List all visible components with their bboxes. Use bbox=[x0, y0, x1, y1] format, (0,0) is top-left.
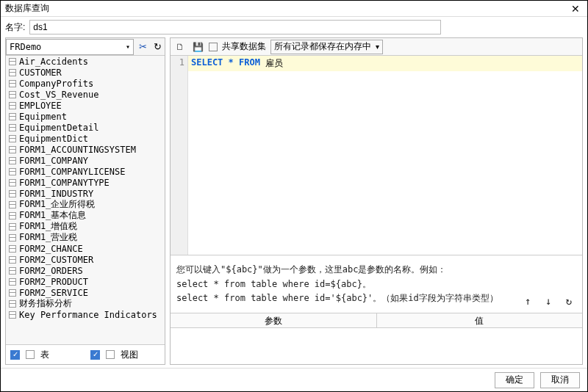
table-icon bbox=[9, 157, 16, 164]
table-icon bbox=[9, 245, 16, 253]
table-item[interactable]: FORM1_企业所得税 bbox=[6, 199, 165, 210]
table-icon bbox=[9, 223, 16, 231]
table-item[interactable]: FORM1_ACCOUNTINGSYSTEM bbox=[6, 144, 165, 155]
table-item[interactable]: FORM1_COMPANY bbox=[6, 155, 165, 166]
table-icon bbox=[9, 311, 16, 319]
table-item-label: EMPLOYEE bbox=[19, 101, 62, 111]
line-gutter: 1 bbox=[171, 56, 188, 255]
table-icon bbox=[9, 190, 16, 197]
left-panel: FRDemo ▾ ✂ ↻ Air_AccidentsCUSTOMERCompan… bbox=[5, 37, 165, 365]
table-icon bbox=[9, 289, 16, 297]
share-checkbox[interactable] bbox=[209, 43, 218, 51]
table-icon bbox=[9, 91, 16, 98]
sql-keyword: * bbox=[229, 57, 234, 70]
table-item[interactable]: FORM1_INDUSTRY bbox=[6, 188, 165, 199]
table-item-label: FORM1_COMPANY bbox=[19, 156, 88, 166]
ok-button[interactable]: 确定 bbox=[495, 372, 534, 388]
view-checkbox[interactable]: ✓ bbox=[90, 350, 100, 360]
preview-icon[interactable]: 🗋 bbox=[173, 40, 187, 54]
scissors-icon[interactable]: ✂ bbox=[135, 40, 150, 54]
sql-keyword: FROM bbox=[239, 57, 260, 70]
table-item[interactable]: 财务指标分析 bbox=[6, 298, 165, 309]
table-icon bbox=[9, 146, 16, 153]
table-item[interactable]: Key Performance Indicators bbox=[6, 309, 165, 320]
sql-editor[interactable]: 1 SELECT * FROM 雇员 bbox=[171, 56, 582, 255]
table-item-label: EquipmentDetail bbox=[19, 123, 98, 133]
table-checkbox[interactable]: ✓ bbox=[10, 350, 20, 360]
table-item[interactable]: CompanyProfits bbox=[6, 78, 165, 89]
table-icon bbox=[26, 350, 35, 359]
table-item-label: CUSTOMER bbox=[19, 68, 62, 78]
table-icon bbox=[9, 113, 16, 120]
table-item-label: FORM2_CUSTOMER bbox=[19, 255, 93, 265]
table-icon bbox=[9, 168, 16, 175]
up-arrow-icon[interactable]: ↑ bbox=[520, 294, 535, 308]
table-item[interactable]: FORM2_ORDERS bbox=[6, 265, 165, 276]
sql-keyword: SELECT bbox=[191, 57, 223, 70]
down-arrow-icon[interactable]: ↓ bbox=[541, 294, 556, 308]
refresh-icon[interactable]: ↻ bbox=[562, 294, 576, 308]
refresh-icon[interactable]: ↻ bbox=[150, 40, 165, 54]
hint-line: select * from table where id='${abc}'。（如… bbox=[176, 291, 576, 305]
save-icon[interactable]: 💾 bbox=[191, 40, 204, 54]
hint-line: 您可以键入"${abc}"做为一个参数，这里abc是参数的名称。例如： bbox=[176, 263, 576, 277]
table-item[interactable]: FORM1_基本信息 bbox=[6, 210, 165, 221]
table-item[interactable]: FORM1_COMPANYLICENSE bbox=[6, 166, 165, 177]
table-item-label: FORM2_PRODUCT bbox=[19, 277, 88, 287]
table-item[interactable]: FORM1_COMPANYTYPE bbox=[6, 177, 165, 188]
table-item[interactable]: FORM2_PRODUCT bbox=[6, 276, 165, 287]
table-item[interactable]: Cost_VS_Revenue bbox=[6, 89, 165, 100]
table-icon bbox=[9, 124, 16, 131]
close-button[interactable]: ✕ bbox=[568, 3, 583, 15]
window-title: 数据库查询 bbox=[5, 2, 49, 15]
table-item[interactable]: EquipmentDict bbox=[6, 133, 165, 144]
memory-mode-select[interactable]: 所有记录都保存在内存中 ▾ bbox=[270, 40, 383, 54]
name-input[interactable] bbox=[29, 20, 441, 35]
cancel-button[interactable]: 取消 bbox=[540, 372, 580, 388]
table-item-label: EquipmentDict bbox=[19, 134, 88, 144]
table-item[interactable]: EquipmentDetail bbox=[6, 122, 165, 133]
table-item-label: 财务指标分析 bbox=[19, 297, 72, 310]
right-panel: 🗋 💾 共享数据集 所有记录都保存在内存中 ▾ 1 SELECT * FROM … bbox=[170, 37, 583, 365]
table-item-label: Cost_VS_Revenue bbox=[19, 90, 98, 100]
table-list[interactable]: Air_AccidentsCUSTOMERCompanyProfitsCost_… bbox=[6, 56, 165, 345]
table-icon bbox=[9, 234, 16, 242]
table-item[interactable]: FORM1_营业税 bbox=[6, 232, 165, 243]
table-item-label: FORM1_COMPANYTYPE bbox=[19, 178, 110, 188]
table-item[interactable]: EMPLOYEE bbox=[6, 100, 165, 111]
table-icon bbox=[9, 256, 16, 264]
table-icon bbox=[9, 135, 16, 142]
table-item[interactable]: FORM1_增值税 bbox=[6, 221, 165, 232]
table-icon bbox=[9, 69, 16, 76]
table-item[interactable]: FORM2_CHANCE bbox=[6, 243, 165, 254]
table-item-label: FORM2_SERVICE bbox=[19, 288, 88, 298]
table-icon bbox=[9, 102, 16, 109]
table-item-label: Air_Accidents bbox=[19, 57, 88, 67]
table-item-label: FORM1_COMPANYLICENSE bbox=[19, 167, 126, 177]
table-icon bbox=[9, 58, 16, 65]
table-item-label: CompanyProfits bbox=[19, 79, 93, 89]
param-header-param: 参数 bbox=[171, 313, 377, 327]
chevron-down-icon: ▾ bbox=[126, 43, 130, 51]
view-label: 视图 bbox=[121, 349, 138, 361]
hint-line: select * from table where id=${abc}。 bbox=[176, 277, 576, 291]
table-item[interactable]: Equipment bbox=[6, 111, 165, 122]
memory-mode-label: 所有记录都保存在内存中 bbox=[274, 40, 371, 53]
chevron-down-icon: ▾ bbox=[376, 43, 379, 51]
hint-panel: 您可以键入"${abc}"做为一个参数，这里abc是参数的名称。例如： sele… bbox=[171, 255, 582, 313]
table-item[interactable]: CUSTOMER bbox=[6, 67, 165, 78]
table-item[interactable]: Air_Accidents bbox=[6, 56, 165, 67]
table-icon bbox=[9, 278, 16, 286]
table-item-label: FORM2_CHANCE bbox=[19, 244, 83, 254]
table-icon bbox=[9, 267, 16, 275]
name-label: 名字: bbox=[5, 21, 25, 34]
table-item[interactable]: FORM2_CUSTOMER bbox=[6, 254, 165, 265]
database-select[interactable]: FRDemo ▾ bbox=[6, 39, 134, 55]
view-icon bbox=[106, 350, 115, 359]
table-label: 表 bbox=[40, 349, 49, 361]
table-icon bbox=[9, 80, 16, 87]
table-item[interactable]: FORM2_SERVICE bbox=[6, 287, 165, 298]
table-icon bbox=[9, 212, 16, 219]
table-icon bbox=[9, 201, 16, 208]
param-header-value: 值 bbox=[377, 313, 583, 327]
